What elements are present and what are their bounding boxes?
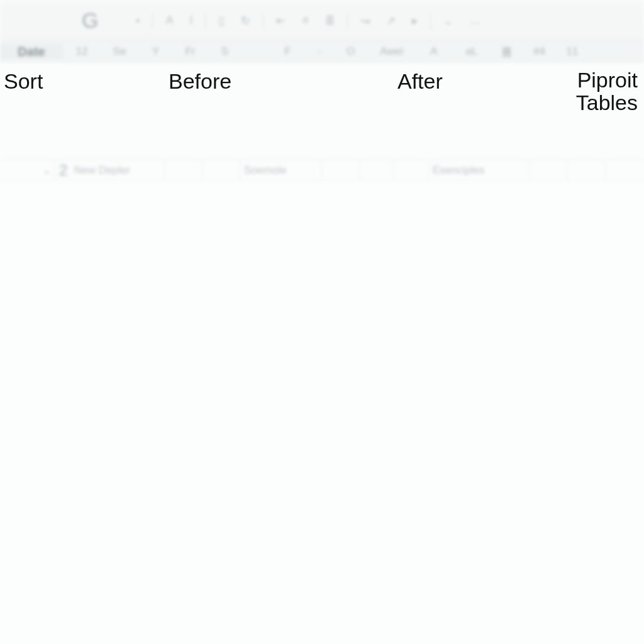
row-number: 2 xyxy=(55,162,70,179)
toolbar: G ▾ A I ▯ ↻ ⇤ ≡ ≣ ↝ ↗ ▸ ⌄ … xyxy=(0,0,644,41)
toolbar-separator xyxy=(263,13,264,29)
toolbar-dropdown-icon[interactable]: ▾ xyxy=(132,16,143,25)
italic-button[interactable]: I xyxy=(186,14,196,27)
column-header[interactable]: 11 xyxy=(557,45,588,58)
column-header[interactable]: S xyxy=(208,45,242,58)
tab-sort[interactable]: Sort xyxy=(4,69,43,94)
more-button[interactable]: … xyxy=(465,14,484,27)
column-header[interactable]: Fr xyxy=(173,45,208,58)
toolbar-separator xyxy=(430,13,431,29)
indent-button[interactable]: ⇤ xyxy=(272,14,289,28)
column-header[interactable]: aL xyxy=(453,45,491,58)
cell-value[interactable]: New Depler xyxy=(70,164,130,177)
tab-after[interactable]: After xyxy=(397,69,443,94)
tab-before[interactable]: Before xyxy=(169,69,231,94)
tab-piproit-line2: Tables xyxy=(576,91,638,114)
column-header[interactable]: Se xyxy=(101,45,138,58)
tab-labels: Sort Before After Piproit Tables xyxy=(0,65,644,116)
toolbar-separator xyxy=(152,13,153,29)
box-button[interactable]: ▯ xyxy=(214,14,228,28)
tab-piproit-tables[interactable]: Piproit Tables xyxy=(576,69,638,114)
toolbar-separator xyxy=(347,13,348,29)
column-header-date[interactable]: Date xyxy=(0,45,63,59)
column-header[interactable]: A xyxy=(415,45,453,58)
font-button[interactable]: A xyxy=(162,14,177,27)
column-header-row: Date 12 Se Y Fr S F - O Awel A aL ䷅ #4 1… xyxy=(0,41,644,62)
cell-value[interactable]: Esenciples xyxy=(429,164,484,177)
spreadsheet-grid[interactable] xyxy=(0,181,644,644)
column-header[interactable]: ䷅ xyxy=(491,45,522,58)
column-header[interactable]: 12 xyxy=(63,45,101,58)
chevron-down-icon[interactable]: ⌄ xyxy=(440,14,457,28)
cell-value[interactable]: Soemole xyxy=(240,164,286,177)
column-header[interactable]: F xyxy=(270,45,305,58)
column-header[interactable]: Awel xyxy=(368,45,415,58)
name-box-dropdown[interactable]: ⌄ xyxy=(0,160,55,180)
arrow-button[interactable]: ↗ xyxy=(382,14,399,28)
refresh-button[interactable]: ↻ xyxy=(237,14,254,28)
play-button[interactable]: ▸ xyxy=(408,14,421,28)
column-header[interactable]: O xyxy=(333,45,368,58)
list-button[interactable]: ≣ xyxy=(321,14,338,28)
align-button[interactable]: ≡ xyxy=(298,14,313,27)
column-header[interactable]: #4 xyxy=(522,45,557,58)
app-logo-icon: G xyxy=(82,8,98,33)
column-header[interactable]: Y xyxy=(138,45,173,58)
flow-button[interactable]: ↝ xyxy=(357,14,374,28)
formula-row: ⌄ 2 New Depler Soemole Esenciples xyxy=(0,160,644,181)
toolbar-separator xyxy=(205,13,206,29)
column-header[interactable]: - xyxy=(305,45,333,58)
tab-piproit-line1: Piproit xyxy=(577,68,638,92)
